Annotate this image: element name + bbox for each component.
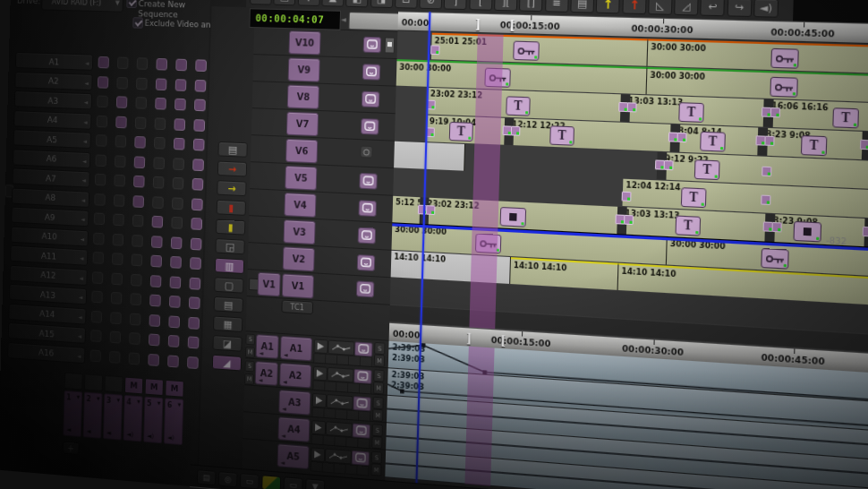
record-track-button-v10[interactable]: V10: [288, 30, 320, 55]
source-track-button-a1[interactable]: A1◄: [256, 334, 279, 359]
channel-patch-cell-a7-5[interactable]: [173, 177, 184, 190]
channel-patch-cell-a15-6[interactable]: [188, 336, 200, 348]
transition-marker-icon[interactable]: [655, 159, 665, 169]
channel-patch-cell-a2-6[interactable]: [195, 79, 207, 91]
channel-patch-cell-a13-4[interactable]: [149, 295, 161, 307]
timeline-clip[interactable]: 30:00 30:00: [391, 223, 667, 264]
channel-patch-cell-a14-4[interactable]: [149, 313, 161, 326]
title-effect-icon[interactable]: T: [678, 102, 704, 123]
toolbar-trim-right-icon[interactable]: ◿: [674, 0, 699, 16]
record-track-button-v7[interactable]: V7: [286, 112, 319, 136]
channel-patch-cell-a11-4[interactable]: [150, 255, 162, 268]
waveform-button-a5[interactable]: [311, 447, 325, 462]
transition-marker-icon[interactable]: [762, 167, 771, 176]
solo-button-right-a1[interactable]: S: [374, 342, 385, 355]
mute-button-ch6[interactable]: M: [165, 380, 183, 398]
tool-splice-arrow-icon[interactable]: →: [217, 180, 246, 196]
mute-button-ch2[interactable]: [84, 373, 103, 391]
transition-marker-icon[interactable]: [502, 125, 512, 135]
position-indicator-line[interactable]: [415, 12, 431, 489]
timeline-clip[interactable]: 16:06 16:16: [768, 99, 868, 132]
timeline-clip[interactable]: 12:04 12:14: [622, 179, 868, 219]
transition-marker-icon[interactable]: [430, 45, 439, 55]
toolbar-mark-clip-right-icon[interactable]: ◨: [370, 0, 394, 8]
tool-video-output-icon[interactable]: ▦: [213, 315, 243, 332]
transition-marker-icon[interactable]: [624, 215, 634, 225]
channel-patch-cell-a3-5[interactable]: [174, 99, 186, 111]
source-track-button-a2[interactable]: A2◄: [255, 361, 278, 386]
monitor-icon-v-v7[interactable]: [361, 118, 379, 135]
transition-marker-icon[interactable]: [511, 126, 521, 136]
toolbar-fast-menu-icon[interactable]: ≡: [545, 0, 569, 13]
channel-patch-cell-a4-5[interactable]: [174, 118, 185, 131]
toolbar-no-symbol-icon[interactable]: ⊘: [419, 0, 442, 9]
waveform-button-a2[interactable]: [313, 366, 328, 382]
title-effect-icon[interactable]: T: [549, 125, 574, 146]
mixer-channel-strip-1[interactable]: 1▼◄: [63, 390, 82, 437]
key-effect-icon[interactable]: [770, 48, 799, 69]
scroll-center-box[interactable]: [348, 12, 400, 30]
key-effect-icon[interactable]: [475, 233, 501, 253]
channel-patch-cell-a7-1[interactable]: [95, 174, 106, 186]
matte-effect-icon[interactable]: [500, 207, 527, 227]
audio-clip-a2[interactable]: [387, 368, 868, 431]
audio-clip-a3[interactable]: [387, 396, 868, 460]
channel-patch-cell-a3-3[interactable]: [135, 97, 147, 109]
record-track-button-v2[interactable]: V2: [283, 246, 315, 271]
channel-patch-cell-a6-6[interactable]: [192, 159, 204, 171]
channel-patch-cell-a4-1[interactable]: [97, 115, 108, 127]
title-effect-icon[interactable]: T: [832, 107, 859, 128]
channel-patch-cell-a1-2[interactable]: [117, 57, 129, 70]
timeline-clip[interactable]: 9:12 9:22: [661, 152, 868, 190]
channel-patch-cell-a5-2[interactable]: [115, 135, 127, 148]
channel-patch-cell-a9-1[interactable]: [94, 212, 106, 225]
channel-patch-cell-a12-5[interactable]: [170, 276, 182, 288]
monitor-icon-v-v3[interactable]: [358, 227, 376, 244]
toolbar-pip-window-icon[interactable]: ▣: [274, 0, 296, 5]
timeline-clip[interactable]: 14:10 14:10: [391, 251, 511, 284]
channel-patch-cell-a10-3[interactable]: [132, 234, 143, 246]
channel-patch-cell-a8-1[interactable]: [94, 193, 106, 206]
waveform-button-a3[interactable]: [312, 393, 327, 408]
record-track-button-v3[interactable]: V3: [284, 219, 316, 244]
transition-marker-icon[interactable]: [615, 214, 625, 224]
exclude-tracks-checkbox[interactable]: [132, 17, 143, 29]
mixer-channel-strip-4[interactable]: 4▼◄): [123, 395, 142, 442]
source-track-button-v1[interactable]: V1: [258, 272, 281, 296]
key-effect-icon[interactable]: [761, 248, 788, 270]
title-effect-icon[interactable]: T: [700, 132, 726, 152]
tool-slope-keyframe-icon[interactable]: ◢: [212, 355, 242, 372]
channel-patch-cell-a2-1[interactable]: [98, 76, 109, 89]
audio-monitor-button-a5[interactable]: [352, 450, 370, 466]
channel-patch-cell-a9-3[interactable]: [132, 215, 144, 227]
channel-patch-cell-a15-1[interactable]: [90, 330, 101, 342]
solo-button-right-a3[interactable]: S: [372, 397, 383, 410]
solo-monitor-box[interactable]: [385, 37, 396, 53]
transition-marker-icon[interactable]: [863, 227, 868, 237]
track-select-button-a16[interactable]: A16◄: [7, 341, 85, 363]
channel-patch-cell-a2-3[interactable]: [136, 77, 148, 90]
channel-patch-cell-a2-4[interactable]: [156, 78, 167, 90]
transition-marker-icon[interactable]: [668, 132, 678, 142]
channel-patch-cell-a14-1[interactable]: [91, 310, 102, 322]
channel-patch-cell-a16-6[interactable]: [187, 356, 199, 368]
audio-monitor-button-a4[interactable]: [353, 424, 370, 439]
track-select-button-a7[interactable]: A7◄: [12, 167, 89, 187]
channel-patch-cell-a7-6[interactable]: [192, 178, 204, 191]
track-select-button-a5[interactable]: A5◄: [13, 129, 91, 149]
channel-patch-cell-a16-1[interactable]: [90, 349, 101, 362]
channel-patch-cell-a13-1[interactable]: [91, 291, 103, 304]
tool-red-marker-icon[interactable]: ▮: [217, 200, 246, 216]
tool-effect-mode-icon[interactable]: ▥: [215, 258, 244, 274]
timeline-clip[interactable]: 8:23 9:08: [762, 128, 868, 160]
audio-monitor-button-a3[interactable]: [353, 396, 370, 411]
channel-patch-cell-a6-2[interactable]: [115, 155, 126, 167]
channel-patch-cell-a5-5[interactable]: [174, 138, 185, 150]
channel-patch-cell-a10-1[interactable]: [93, 232, 105, 244]
channel-patch-cell-a15-3[interactable]: [129, 332, 140, 345]
waveform-button-a4[interactable]: [311, 420, 326, 435]
channel-patch-cell-a13-5[interactable]: [169, 296, 181, 308]
channel-patch-cell-a8-2[interactable]: [114, 194, 125, 207]
title-effect-icon[interactable]: T: [681, 187, 707, 208]
toolbar-track-panel-icon[interactable]: ▤: [570, 0, 594, 13]
